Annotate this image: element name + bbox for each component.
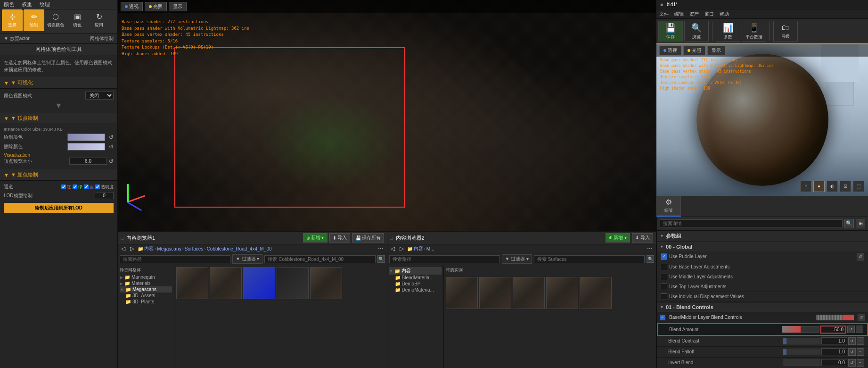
ue-browse-btn[interactable]: 🔍 浏览 [684, 21, 709, 42]
asset-thumb-2[interactable] [210, 267, 242, 299]
viewport-show-btn[interactable]: 显示 [169, 2, 187, 11]
vertex-paint-section-header[interactable]: ▼ ▼ 顶点绘制 [0, 113, 117, 124]
blend-contrast-slider[interactable] [783, 338, 820, 344]
ue-menu-window[interactable]: 窗口 [704, 11, 714, 17]
mat-thumb-2[interactable] [479, 277, 511, 309]
rp-show-btn[interactable]: 显示 [707, 46, 725, 55]
middle-adj-check[interactable] [661, 274, 667, 280]
rp-icon-1[interactable]: ○ [800, 181, 811, 192]
color-paint-section-header[interactable]: ▼ ▼ 颜色绘制 [0, 169, 117, 181]
asset-thumb-4[interactable] [277, 267, 309, 299]
cb1-asset-search[interactable] [264, 255, 375, 263]
apply-all-lod-button[interactable]: 绘制后应用到所有LOD [4, 203, 114, 213]
apply-button[interactable]: ↻ 应用 [89, 9, 109, 31]
ue-menu-help[interactable]: 帮助 [720, 11, 729, 17]
preview-size-input[interactable] [69, 158, 107, 165]
mat-thumb-1[interactable] [446, 277, 478, 309]
blend-amount-input[interactable] [820, 326, 846, 334]
cb1-forward-btn[interactable]: ▷ [129, 245, 136, 252]
tree-item-mannequin[interactable]: ▶ 📁 Mannequin [120, 274, 172, 280]
viewport-perspective-btn[interactable]: 透视 [121, 2, 143, 11]
color-mode-select[interactable]: 关闭 [85, 92, 114, 100]
cb2-path-search[interactable] [389, 255, 500, 263]
puddle-reset-btn[interactable]: ↺ [857, 253, 864, 260]
rp-icon-4[interactable]: ⊡ [840, 181, 851, 192]
rp-icon-5[interactable]: ⬚ [853, 181, 864, 192]
top-adj-check[interactable] [661, 284, 667, 290]
global-header[interactable]: ▼ 00 - Global [657, 242, 868, 251]
reset-paint-icon[interactable]: ↺ [109, 134, 114, 141]
puddle-layer-check[interactable]: ✓ [661, 253, 667, 260]
invert-blend-reset[interactable]: ↺ [848, 359, 856, 367]
cb2-new-btn[interactable]: ⊕ 新增 ▾ [606, 233, 631, 243]
menu-texture[interactable]: 纹理 [40, 1, 50, 8]
cb1-import-btn[interactable]: ⬇ 导入 [329, 233, 350, 243]
cb2-tree-demomaterial[interactable]: 📁 DemoMateria... [389, 287, 442, 293]
invert-blend-slider[interactable] [783, 360, 820, 366]
blue-channel[interactable]: 蓝 [84, 184, 94, 190]
blend-amount-more[interactable]: ⋯ [856, 326, 863, 333]
props-search-input[interactable] [660, 219, 843, 227]
mat-thumb-4[interactable] [546, 277, 578, 309]
paint-color-swatch[interactable] [67, 134, 105, 141]
cb2-import-btn[interactable]: ⬇ 导入 [632, 233, 653, 243]
asset-thumb-3[interactable] [243, 267, 275, 299]
erase-color-swatch[interactable] [67, 143, 105, 151]
cb2-filter-btn[interactable]: ▼ 过滤器 ▾ [502, 254, 532, 264]
cb1-search-btn[interactable]: 🔍 [377, 255, 385, 263]
cb1-path-search[interactable] [120, 255, 230, 263]
tree-item-megascans[interactable]: ▼ 📁 Megascans [120, 286, 172, 293]
cb1-save-btn[interactable]: 💾 保存所有 [352, 233, 384, 243]
blend-falloff-more[interactable]: ⋯ [857, 348, 864, 356]
ue-platform-btn[interactable]: 📱 平台数据 [742, 21, 766, 42]
cb2-asset-search[interactable] [534, 255, 645, 263]
asset-thumb-5[interactable] [310, 267, 342, 299]
cb1-more-btn[interactable]: ⋯ [377, 245, 385, 252]
menu-weight[interactable]: 权重 [22, 1, 32, 8]
select-button[interactable]: ⊹ 选择 [2, 9, 23, 31]
rp-icon-2[interactable]: ● [813, 181, 825, 192]
cb2-forward-btn[interactable]: ▷ [398, 245, 405, 252]
rp-icon-3[interactable]: ◐ [827, 181, 838, 192]
cb1-back-btn[interactable]: ◁ [120, 245, 127, 252]
green-channel[interactable]: 绿 [73, 184, 82, 190]
tree-item-3dplants[interactable]: 📁 3D_Plants [120, 299, 172, 305]
cb2-search-btn[interactable]: 🔍 [647, 255, 654, 263]
props-search-btn[interactable]: 🔍 [844, 219, 854, 228]
invert-blend-input[interactable] [821, 359, 847, 366]
cb1-filter-btn[interactable]: ▼ 过滤器 ▾ [232, 254, 262, 264]
base-middler-blend-slider[interactable] [816, 315, 854, 320]
cb2-tree-blendmaterial[interactable]: 📁 BlendMateria... [389, 275, 442, 281]
blend-falloff-input[interactable] [821, 348, 847, 355]
rp-lighting-btn[interactable]: 光照 [683, 46, 705, 55]
ue-menu-edit[interactable]: 编辑 [674, 11, 684, 17]
lod-model-input[interactable] [95, 192, 114, 199]
visualize-section-header[interactable]: ▼ ▼ 可视化 [0, 77, 117, 89]
mat-thumb-5[interactable] [580, 277, 612, 309]
cb2-tree-demobp[interactable]: 📁 DemoBP [389, 281, 442, 287]
blend-controls-header[interactable]: ▼ 01 - Blend Controls [657, 302, 868, 312]
displacement-check[interactable] [661, 293, 667, 300]
mat-thumb-3[interactable] [513, 277, 545, 309]
ue-layers-btn[interactable]: 🗂 层级 [773, 21, 798, 42]
rp-perspective-btn[interactable]: 透视 [659, 46, 681, 55]
blend-contrast-input[interactable] [821, 337, 847, 344]
blend-falloff-reset[interactable]: ↺ [848, 348, 856, 356]
param-group-header[interactable]: ▼ 参数组 [657, 231, 868, 242]
cb2-tree-content[interactable]: ▼ 📁 内容 [389, 267, 442, 275]
fill-color-button[interactable]: ⬡ 切换颜色 [45, 9, 66, 31]
base-middler-checkbox[interactable]: ✓ [660, 315, 665, 320]
cb1-new-btn[interactable]: ⊕ 新增 ▾ [303, 233, 328, 243]
ue-menu-asset[interactable]: 资产 [689, 11, 699, 17]
blend-amount-slider[interactable] [782, 326, 819, 333]
asset-thumb-1[interactable] [176, 267, 208, 299]
base-middler-reset-btn[interactable]: ↺ [858, 314, 865, 321]
props-grid-view-btn[interactable]: ⊞ [856, 219, 865, 228]
menu-color[interactable]: 颜色 [4, 1, 14, 8]
cb2-more-btn[interactable]: ⋯ [646, 245, 654, 252]
tree-item-3dassets[interactable]: 📁 3D_Assets [120, 293, 172, 299]
preview-size-reset[interactable]: ↺ [109, 158, 114, 165]
reset-erase-icon[interactable]: ↺ [109, 143, 114, 150]
red-channel[interactable]: 红 [61, 184, 71, 190]
base-middler-blend-header[interactable]: ✓ Base/Middler Layer Blend Controls ↺ [657, 312, 868, 323]
